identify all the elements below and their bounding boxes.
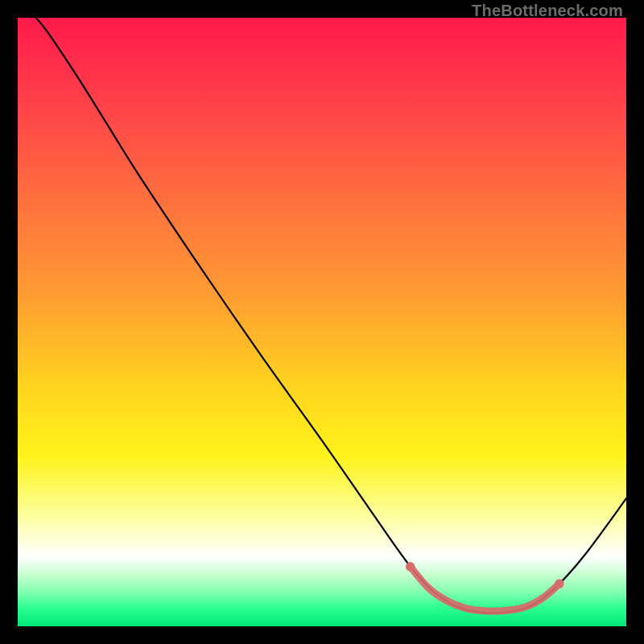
gradient-background (18, 18, 626, 626)
bottleneck-chart (18, 18, 626, 626)
highlight-endpoint (406, 562, 415, 572)
highlight-endpoint (555, 579, 564, 588)
chart-plot-area (18, 18, 626, 626)
